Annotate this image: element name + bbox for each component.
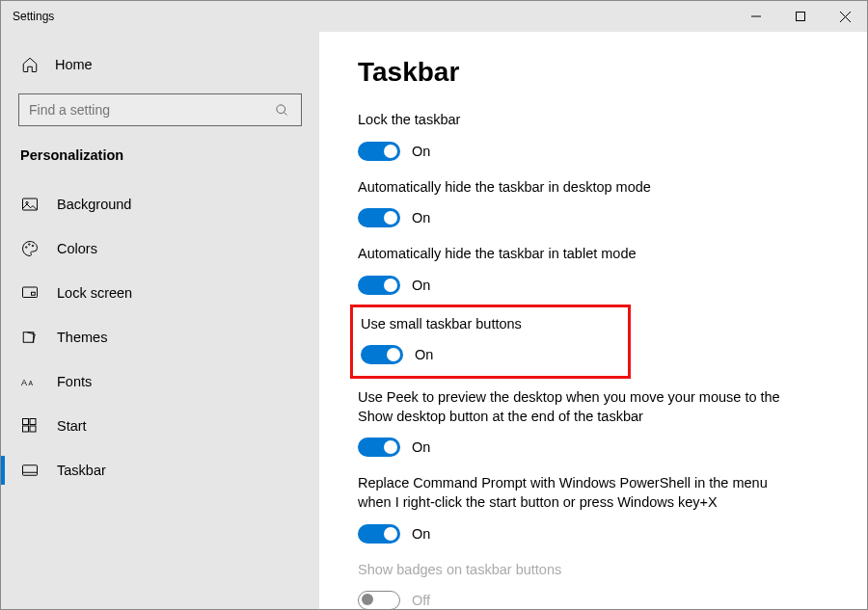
section-title: Personalization [1,136,319,182]
sidebar-item-themes[interactable]: Themes [1,315,319,359]
svg-text:A: A [29,380,34,386]
toggle-state: On [412,439,430,455]
window-controls [734,1,867,32]
nav-label: Start [57,418,87,434]
svg-text:A: A [21,378,27,387]
setting-lock-taskbar: Lock the taskbar On [358,111,828,161]
home-nav[interactable]: Home [1,45,319,84]
picture-icon [20,195,40,214]
search-input[interactable] [29,102,272,118]
setting-powershell: Replace Command Prompt with Windows Powe… [358,474,828,543]
svg-point-8 [26,247,28,249]
home-label: Home [55,57,93,72]
toggle-state: On [412,210,430,225]
nav-label: Colors [57,241,97,256]
svg-rect-19 [30,426,36,432]
toggle-badges [358,591,400,609]
sidebar-item-taskbar[interactable]: Taskbar [1,448,319,492]
svg-rect-1 [797,13,805,21]
sidebar-item-colors[interactable]: Colors [1,226,319,271]
setting-autohide-desktop: Automatically hide the taskbar in deskto… [358,178,828,228]
lockscreen-icon [20,283,40,303]
setting-label: Show badges on taskbar buttons [358,561,801,580]
svg-point-10 [32,245,34,247]
close-button[interactable] [823,1,867,32]
search-box[interactable] [18,93,302,126]
svg-rect-20 [23,465,38,476]
palette-icon [20,239,40,258]
taskbar-icon [20,461,40,480]
themes-icon [20,328,40,347]
toggle-state: On [412,278,430,293]
window-title: Settings [1,10,54,23]
setting-label: Use small taskbar buttons [361,315,522,334]
svg-rect-17 [30,419,36,425]
setting-label: Lock the taskbar [358,111,801,130]
highlight-annotation: Use small taskbar buttons On [350,305,631,380]
svg-point-4 [276,104,285,113]
nav-label: Taskbar [57,463,106,478]
titlebar: Settings [1,1,867,32]
home-icon [20,55,40,74]
sidebar-item-fonts[interactable]: AA Fonts [1,359,319,404]
sidebar-item-background[interactable]: Background [1,182,319,226]
nav-label: Lock screen [57,285,132,301]
toggle-lock-taskbar[interactable] [358,142,400,161]
toggle-autohide-desktop[interactable] [358,208,400,227]
svg-point-7 [26,201,28,203]
start-icon [20,416,40,436]
setting-peek: Use Peek to preview the desktop when you… [358,388,828,457]
sidebar-item-start[interactable]: Start [1,404,319,448]
nav-label: Background [57,197,131,212]
minimize-button[interactable] [734,1,778,32]
toggle-state: On [412,526,430,542]
toggle-small-buttons[interactable] [361,345,403,364]
toggle-state: On [415,347,433,362]
setting-label: Automatically hide the taskbar in deskto… [358,178,801,198]
setting-label: Use Peek to preview the desktop when you… [358,388,801,426]
sidebar: Home Personalization Background Colors [1,32,319,609]
maximize-button[interactable] [778,1,823,32]
nav-label: Fonts [57,374,92,389]
toggle-state: On [412,144,430,159]
svg-rect-16 [23,419,29,425]
setting-autohide-tablet: Automatically hide the taskbar in tablet… [358,245,828,295]
toggle-powershell[interactable] [358,524,400,544]
search-icon [272,100,291,119]
nav-label: Themes [57,330,107,345]
svg-point-9 [29,244,31,246]
toggle-autohide-tablet[interactable] [358,276,400,295]
maximize-icon [796,12,805,21]
svg-rect-12 [32,292,36,295]
toggle-peek[interactable] [358,438,400,457]
svg-line-5 [284,112,286,115]
svg-rect-18 [23,426,29,432]
setting-label: Automatically hide the taskbar in tablet… [358,245,801,264]
setting-label: Replace Command Prompt with Windows Powe… [358,474,801,512]
fonts-icon: AA [20,372,40,391]
minimize-icon [751,12,761,21]
close-icon [840,12,851,22]
sidebar-item-lockscreen[interactable]: Lock screen [1,271,319,315]
setting-small-buttons: Use small taskbar buttons On [361,315,522,365]
setting-badges: Show badges on taskbar buttons Off [358,561,828,610]
page-title: Taskbar [358,57,828,88]
toggle-state: Off [412,593,430,608]
main-content: Taskbar Lock the taskbar On Automaticall… [319,32,867,609]
